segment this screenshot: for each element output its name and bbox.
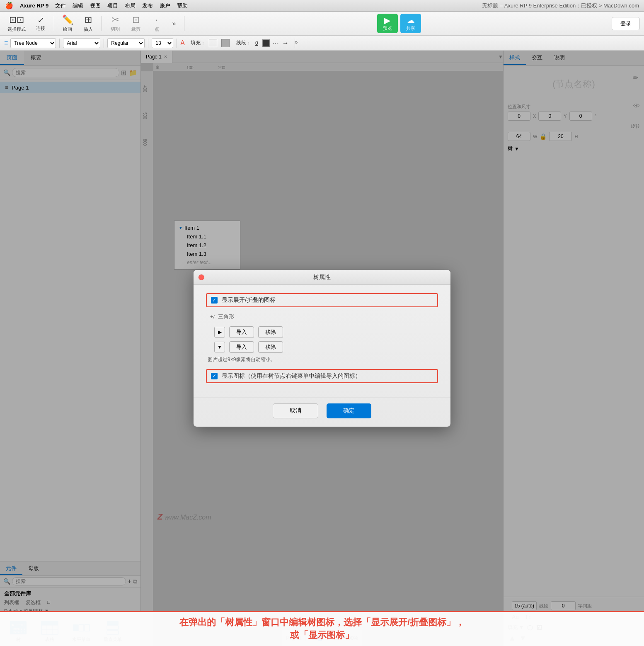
menu-account[interactable]: 账户 <box>160 2 170 10</box>
window-title: 无标题 – Axure RP 9 Enterprise Edition：已授权 … <box>482 2 639 10</box>
format-icon: ≡ <box>4 39 8 47</box>
size-select[interactable]: 13 <box>152 38 173 48</box>
expand-icon-2-symbol: ▼ <box>217 344 222 350</box>
menu-help[interactable]: 帮助 <box>177 2 188 10</box>
modal-titlebar: 树属性 <box>194 270 450 285</box>
stroke-value: 0 <box>255 40 258 46</box>
hint-text: 图片超过9×9像素将自动缩小。 <box>208 357 276 362</box>
modal-checkbox1[interactable]: ✓ <box>211 297 218 304</box>
insert-btn[interactable]: ⊞ 插入 <box>79 13 97 34</box>
modal-close-btn[interactable] <box>199 274 204 280</box>
modal-ok-btn[interactable]: 确定 <box>327 403 371 418</box>
menu-arrange[interactable]: 布局 <box>125 2 136 10</box>
modal-cancel-btn[interactable]: 取消 <box>273 403 318 418</box>
crop-btn[interactable]: ⊡ 裁剪 <box>127 13 145 34</box>
modal-checkbox2-row: ✓ 显示图标（使用在树节点右键菜单中编辑导入的图标） <box>206 369 438 383</box>
modal-expand-row-1: ▶ 导入 移除 <box>214 326 438 338</box>
checkbox2-check-icon: ✓ <box>212 373 216 379</box>
modal-dialog: 树属性 ✓ 显示展开/折叠的图标 +/- 三角形 ▶ <box>194 270 450 427</box>
modal-checkbox1-label: 显示展开/折叠的图标 <box>222 296 276 304</box>
preview-btn[interactable]: ▶ 预览 <box>377 14 398 33</box>
more-tools-btn[interactable]: » <box>168 18 180 29</box>
modal-body: ✓ 显示展开/折叠的图标 +/- 三角形 ▶ 导入 移除 <box>194 285 450 397</box>
modal-overlay: 树属性 ✓ 显示展开/折叠的图标 +/- 三角形 ▶ <box>0 51 644 646</box>
import-btn-2[interactable]: 导入 <box>229 341 254 353</box>
modal-checkbox2-label: 显示图标（使用在树节点右键菜单中编辑导入的图标） <box>222 372 361 380</box>
menu-publish[interactable]: 发布 <box>142 2 153 10</box>
text-color-icon[interactable]: A <box>180 39 185 47</box>
bottom-annotation: 在弹出的「树属性」窗口中编辑树图标，选择「显示展开/折叠图标」， 或「显示图标」 <box>0 611 644 646</box>
format-more-btn[interactable]: » <box>295 39 295 48</box>
stroke-label: 线段： <box>236 39 251 46</box>
toolbar-sep-1 <box>54 16 54 31</box>
format-sep-2 <box>104 39 104 48</box>
modal-footer: 取消 确定 <box>194 397 450 427</box>
expand-icon-2[interactable]: ▼ <box>214 342 225 352</box>
connect-btn[interactable]: ⤢ 连接 <box>31 14 50 33</box>
modal-type-row: +/- 三角形 <box>206 313 438 321</box>
login-btn[interactable]: 登录 <box>612 17 640 30</box>
fill-icon1[interactable] <box>209 39 217 47</box>
type-label: +/- 三角形 <box>210 313 234 321</box>
format-sep-1 <box>59 39 60 48</box>
modal-checkbox1-row: ✓ 显示展开/折叠的图标 <box>206 293 438 307</box>
fill-label: 填充： <box>191 39 206 46</box>
toolbar-sep-2 <box>102 16 102 31</box>
point-btn[interactable]: · 点 <box>148 13 166 34</box>
apple-icon[interactable]: 🍎 <box>5 2 13 10</box>
remove-btn-2[interactable]: 移除 <box>258 341 283 353</box>
menu-project[interactable]: 项目 <box>107 2 118 10</box>
format-sep-4 <box>177 39 177 48</box>
fill-color-box[interactable] <box>221 39 230 47</box>
modal-title: 树属性 <box>313 274 331 281</box>
annotation-line1: 在弹出的「树属性」窗口中编辑树图标，选择「显示展开/折叠图标」， <box>4 616 640 629</box>
style-select[interactable]: Regular <box>107 38 145 48</box>
app-name: Axure RP 9 <box>20 2 48 9</box>
checkbox1-check-icon: ✓ <box>212 297 216 303</box>
widget-type-select[interactable]: Tree Node <box>10 38 56 48</box>
toolbar: ⊡⊡ 选择模式 ⤢ 连接 ✏️ 绘画 ⊞ 插入 ✂ 切割 ⊡ 裁剪 · 点 » … <box>0 12 644 36</box>
stroke-style-icon[interactable]: ⋯ <box>272 39 279 47</box>
modal-checkbox2[interactable]: ✓ <box>211 373 218 379</box>
modal-hint: 图片超过9×9像素将自动缩小。 <box>206 356 438 363</box>
remove-btn-1[interactable]: 移除 <box>258 326 283 338</box>
stroke-end-icon[interactable]: → <box>282 39 289 47</box>
annotation-line2: 或「显示图标」 <box>4 629 640 642</box>
import-btn-1[interactable]: 导入 <box>229 326 254 338</box>
expand-icon-1[interactable]: ▶ <box>214 327 225 338</box>
stroke-color-box[interactable] <box>262 39 270 47</box>
menu-edit[interactable]: 编辑 <box>73 2 83 10</box>
expand-icon-1-symbol: ▶ <box>218 329 222 335</box>
select-mode-btn[interactable]: ⊡⊡ 选择模式 <box>4 13 29 34</box>
cut-btn[interactable]: ✂ 切割 <box>106 13 124 34</box>
share-btn[interactable]: ☁ 共享 <box>400 14 421 33</box>
modal-expand-row-2: ▼ 导入 移除 <box>214 341 438 353</box>
format-sep-3 <box>148 39 148 48</box>
draw-btn[interactable]: ✏️ 绘画 <box>58 13 77 34</box>
menu-view[interactable]: 视图 <box>90 2 101 10</box>
format-bar: ≡ Tree Node Arial Regular 13 A 填充： 线段： 0… <box>0 36 644 51</box>
menu-file[interactable]: 文件 <box>55 2 66 10</box>
font-select[interactable]: Arial <box>63 38 100 48</box>
toolbar-sep-3 <box>184 16 184 31</box>
